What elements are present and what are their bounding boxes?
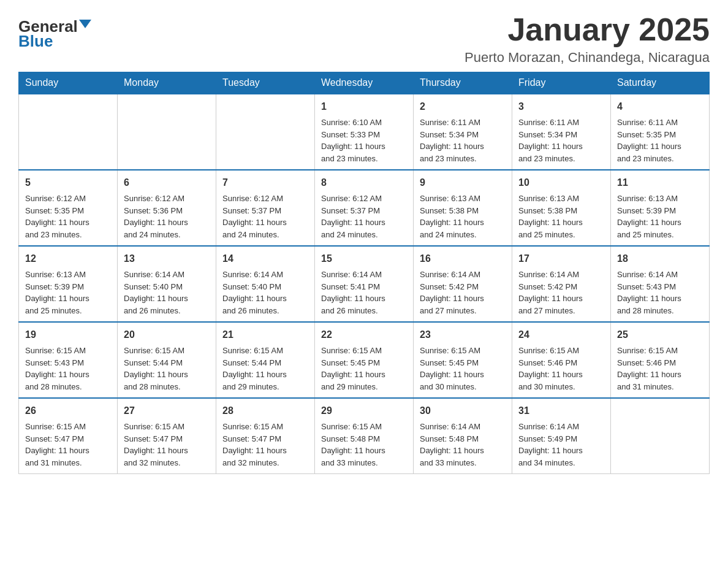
title-block: January 2025 Puerto Morazan, Chinandega,… (464, 12, 710, 66)
day-number: 23 (420, 327, 506, 342)
day-number: 17 (518, 251, 604, 266)
day-info: Sunrise: 6:15 AMSunset: 5:48 PMDaylight:… (321, 421, 407, 469)
day-number: 13 (124, 251, 210, 266)
day-number: 12 (25, 251, 111, 266)
col-monday: Monday (118, 72, 216, 94)
day-info: Sunrise: 6:15 AMSunset: 5:43 PMDaylight:… (25, 345, 111, 393)
day-number: 25 (617, 327, 703, 342)
calendar-week-row: 5Sunrise: 6:12 AMSunset: 5:35 PMDaylight… (19, 170, 710, 246)
table-row (216, 94, 315, 170)
table-row: 23Sunrise: 6:15 AMSunset: 5:45 PMDayligh… (414, 322, 512, 398)
day-number: 29 (321, 404, 407, 418)
day-info: Sunrise: 6:14 AMSunset: 5:48 PMDaylight:… (420, 421, 506, 469)
table-row: 9Sunrise: 6:13 AMSunset: 5:38 PMDaylight… (414, 170, 512, 246)
table-row: 26Sunrise: 6:15 AMSunset: 5:47 PMDayligh… (19, 398, 118, 474)
day-number: 5 (25, 175, 111, 190)
day-number: 6 (124, 175, 210, 190)
day-info: Sunrise: 6:15 AMSunset: 5:47 PMDaylight:… (25, 421, 111, 469)
day-number: 10 (518, 175, 604, 190)
calendar-table: Sunday Monday Tuesday Wednesday Thursday… (18, 72, 710, 474)
day-number: 27 (124, 404, 210, 418)
day-info: Sunrise: 6:13 AMSunset: 5:39 PMDaylight:… (25, 269, 111, 316)
calendar-week-row: 26Sunrise: 6:15 AMSunset: 5:47 PMDayligh… (19, 398, 710, 474)
day-info: Sunrise: 6:13 AMSunset: 5:39 PMDaylight:… (617, 193, 703, 240)
table-row: 21Sunrise: 6:15 AMSunset: 5:44 PMDayligh… (216, 322, 315, 398)
day-number: 26 (25, 404, 111, 418)
day-info: Sunrise: 6:15 AMSunset: 5:47 PMDaylight:… (124, 421, 210, 469)
day-info: Sunrise: 6:14 AMSunset: 5:42 PMDaylight:… (420, 269, 506, 316)
day-info: Sunrise: 6:11 AMSunset: 5:35 PMDaylight:… (617, 117, 703, 164)
day-number: 28 (222, 404, 308, 418)
table-row (118, 94, 216, 170)
logo-blue-text: Blue (18, 33, 53, 49)
table-row: 4Sunrise: 6:11 AMSunset: 5:35 PMDaylight… (611, 94, 710, 170)
calendar-week-row: 1Sunrise: 6:10 AMSunset: 5:33 PMDaylight… (19, 94, 710, 170)
table-row: 8Sunrise: 6:12 AMSunset: 5:37 PMDaylight… (315, 170, 414, 246)
table-row: 3Sunrise: 6:11 AMSunset: 5:34 PMDaylight… (512, 94, 611, 170)
day-number: 8 (321, 175, 407, 190)
table-row: 16Sunrise: 6:14 AMSunset: 5:42 PMDayligh… (414, 246, 512, 322)
day-info: Sunrise: 6:14 AMSunset: 5:49 PMDaylight:… (518, 421, 604, 469)
day-number: 30 (420, 404, 506, 418)
table-row: 11Sunrise: 6:13 AMSunset: 5:39 PMDayligh… (611, 170, 710, 246)
table-row: 24Sunrise: 6:15 AMSunset: 5:46 PMDayligh… (512, 322, 611, 398)
day-number: 21 (222, 327, 308, 342)
day-info: Sunrise: 6:14 AMSunset: 5:42 PMDaylight:… (518, 269, 604, 316)
day-number: 31 (518, 404, 604, 418)
table-row: 18Sunrise: 6:14 AMSunset: 5:43 PMDayligh… (611, 246, 710, 322)
day-info: Sunrise: 6:15 AMSunset: 5:44 PMDaylight:… (222, 345, 308, 393)
day-info: Sunrise: 6:11 AMSunset: 5:34 PMDaylight:… (518, 117, 604, 164)
table-row: 28Sunrise: 6:15 AMSunset: 5:47 PMDayligh… (216, 398, 315, 474)
day-number: 20 (124, 327, 210, 342)
day-number: 7 (222, 175, 308, 190)
table-row: 31Sunrise: 6:14 AMSunset: 5:49 PMDayligh… (512, 398, 611, 474)
day-info: Sunrise: 6:14 AMSunset: 5:41 PMDaylight:… (321, 269, 407, 316)
table-row: 19Sunrise: 6:15 AMSunset: 5:43 PMDayligh… (19, 322, 118, 398)
table-row: 2Sunrise: 6:11 AMSunset: 5:34 PMDaylight… (414, 94, 512, 170)
table-row: 22Sunrise: 6:15 AMSunset: 5:45 PMDayligh… (315, 322, 414, 398)
day-number: 11 (617, 175, 703, 190)
day-info: Sunrise: 6:14 AMSunset: 5:43 PMDaylight:… (617, 269, 703, 316)
day-number: 3 (518, 99, 604, 114)
table-row: 13Sunrise: 6:14 AMSunset: 5:40 PMDayligh… (118, 246, 216, 322)
day-number: 24 (518, 327, 604, 342)
day-number: 15 (321, 251, 407, 266)
table-row: 20Sunrise: 6:15 AMSunset: 5:44 PMDayligh… (118, 322, 216, 398)
day-number: 2 (420, 99, 506, 114)
day-info: Sunrise: 6:13 AMSunset: 5:38 PMDaylight:… (518, 193, 604, 240)
calendar-week-row: 19Sunrise: 6:15 AMSunset: 5:43 PMDayligh… (19, 322, 710, 398)
day-info: Sunrise: 6:15 AMSunset: 5:46 PMDaylight:… (518, 345, 604, 393)
day-info: Sunrise: 6:14 AMSunset: 5:40 PMDaylight:… (124, 269, 210, 316)
day-info: Sunrise: 6:15 AMSunset: 5:45 PMDaylight:… (321, 345, 407, 393)
calendar-subtitle: Puerto Morazan, Chinandega, Nicaragua (464, 50, 710, 66)
table-row: 10Sunrise: 6:13 AMSunset: 5:38 PMDayligh… (512, 170, 611, 246)
table-row: 7Sunrise: 6:12 AMSunset: 5:37 PMDaylight… (216, 170, 315, 246)
table-row (19, 94, 118, 170)
table-row: 6Sunrise: 6:12 AMSunset: 5:36 PMDaylight… (118, 170, 216, 246)
day-info: Sunrise: 6:12 AMSunset: 5:36 PMDaylight:… (124, 193, 210, 240)
calendar-header-row: Sunday Monday Tuesday Wednesday Thursday… (19, 72, 710, 94)
page-header: General Blue January 2025 Puerto Morazan… (18, 12, 710, 66)
day-number: 14 (222, 251, 308, 266)
calendar-week-row: 12Sunrise: 6:13 AMSunset: 5:39 PMDayligh… (19, 246, 710, 322)
table-row: 5Sunrise: 6:12 AMSunset: 5:35 PMDaylight… (19, 170, 118, 246)
col-sunday: Sunday (19, 72, 118, 94)
col-thursday: Thursday (414, 72, 512, 94)
day-info: Sunrise: 6:12 AMSunset: 5:37 PMDaylight:… (222, 193, 308, 240)
table-row: 29Sunrise: 6:15 AMSunset: 5:48 PMDayligh… (315, 398, 414, 474)
table-row: 30Sunrise: 6:14 AMSunset: 5:48 PMDayligh… (414, 398, 512, 474)
table-row (611, 398, 710, 474)
col-wednesday: Wednesday (315, 72, 414, 94)
day-info: Sunrise: 6:12 AMSunset: 5:37 PMDaylight:… (321, 193, 407, 240)
table-row: 25Sunrise: 6:15 AMSunset: 5:46 PMDayligh… (611, 322, 710, 398)
day-number: 19 (25, 327, 111, 342)
day-info: Sunrise: 6:15 AMSunset: 5:47 PMDaylight:… (222, 421, 308, 469)
day-info: Sunrise: 6:10 AMSunset: 5:33 PMDaylight:… (321, 117, 407, 164)
day-number: 16 (420, 251, 506, 266)
table-row: 15Sunrise: 6:14 AMSunset: 5:41 PMDayligh… (315, 246, 414, 322)
day-info: Sunrise: 6:14 AMSunset: 5:40 PMDaylight:… (222, 269, 308, 316)
table-row: 17Sunrise: 6:14 AMSunset: 5:42 PMDayligh… (512, 246, 611, 322)
day-number: 22 (321, 327, 407, 342)
logo-triangle-icon (79, 20, 91, 28)
day-number: 18 (617, 251, 703, 266)
